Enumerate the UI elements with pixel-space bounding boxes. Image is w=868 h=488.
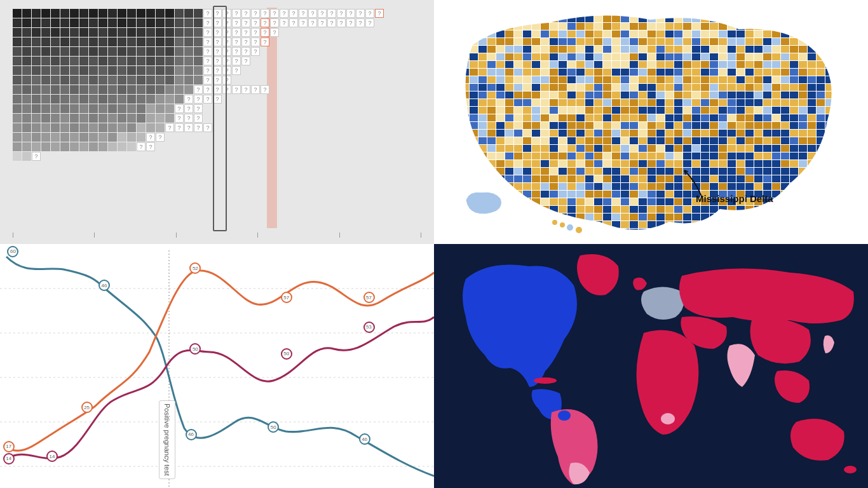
known-cell (137, 9, 146, 18)
county-cell (452, 0, 460, 7)
county-cell (648, 38, 656, 45)
county-cell (461, 229, 469, 236)
county-cell (772, 8, 780, 15)
county-cell (630, 61, 638, 68)
county-cell (567, 122, 576, 129)
county-cell (559, 38, 567, 45)
county-cell (808, 23, 816, 30)
county-cell (701, 30, 709, 37)
county-cell (861, 160, 868, 167)
county-cell (576, 198, 585, 205)
county-cell (745, 214, 754, 220)
known-cell (41, 104, 50, 113)
county-cell (781, 214, 789, 220)
county-cell (852, 206, 860, 213)
county-cell (470, 175, 478, 182)
county-cell (630, 168, 638, 175)
county-cell (621, 152, 629, 159)
county-cell (585, 145, 593, 152)
county-cell (781, 46, 789, 53)
known-cell (70, 76, 79, 85)
county-cell (772, 61, 780, 68)
unknown-cell: ? (346, 9, 355, 18)
county-cell (567, 191, 576, 198)
known-cell (175, 28, 184, 37)
unknown-cell: ? (184, 95, 193, 104)
known-cell (98, 76, 107, 85)
county-cell (674, 0, 682, 7)
county-cell (754, 76, 763, 83)
known-cell (22, 66, 31, 75)
known-cell (13, 142, 22, 151)
county-cell (452, 99, 460, 106)
unknown-cell: ? (327, 18, 336, 27)
county-cell (594, 137, 602, 144)
known-cell (127, 76, 136, 85)
county-cell (790, 8, 798, 15)
county-cell (639, 99, 647, 106)
unknown-cell: ? (203, 28, 212, 37)
known-cell (137, 114, 146, 123)
county-cell (478, 229, 487, 236)
known-cell (22, 37, 31, 46)
county-cell (452, 107, 460, 114)
county-cell (470, 229, 478, 236)
county-cell (594, 145, 602, 152)
county-cell (834, 61, 843, 68)
county-cell (523, 160, 531, 167)
known-cell (165, 76, 174, 85)
county-cell (487, 221, 496, 228)
county-cell (763, 206, 771, 213)
county-cell (701, 0, 709, 7)
county-cell (514, 130, 522, 137)
county-cell (692, 46, 700, 53)
known-cell (13, 76, 22, 85)
region-nz (844, 466, 857, 473)
county-cell (621, 23, 629, 30)
region-colombia (558, 410, 571, 421)
county-cell (674, 99, 682, 106)
county-cell (639, 214, 647, 220)
county-cell (461, 183, 469, 190)
county-cell (541, 175, 549, 182)
known-cell (79, 57, 88, 65)
county-cell (719, 8, 727, 15)
county-cell (745, 114, 754, 121)
county-cell (452, 38, 460, 45)
county-cell (541, 183, 549, 190)
county-cell (692, 38, 700, 45)
county-cell (772, 92, 780, 98)
county-cell (541, 145, 549, 152)
county-cell (594, 191, 602, 198)
county-cell (541, 152, 549, 159)
county-cell (808, 145, 816, 152)
county-cell (603, 229, 611, 236)
county-cell (763, 168, 771, 175)
county-cell (719, 61, 727, 68)
county-cell (505, 15, 513, 22)
county-cell (736, 76, 745, 83)
county-cell (452, 23, 460, 30)
county-cell (701, 8, 709, 15)
county-cell (728, 30, 736, 37)
unknown-cell: ? (261, 18, 269, 27)
county-cell (434, 8, 442, 15)
county-cell (799, 221, 807, 228)
county-cell (736, 122, 745, 129)
county-cell (763, 114, 771, 121)
county-cell (772, 53, 780, 60)
county-cell (514, 84, 522, 91)
county-cell (754, 46, 763, 53)
county-cell (701, 236, 709, 243)
county-cell (514, 46, 522, 53)
county-cell (639, 38, 647, 45)
county-cell (763, 160, 771, 167)
county-cell (665, 122, 674, 129)
county-cell (683, 137, 691, 144)
county-cell (585, 168, 593, 175)
known-cell (165, 114, 174, 123)
county-cell (648, 76, 656, 83)
unknown-cell: ? (261, 37, 269, 46)
county-cell (656, 168, 665, 175)
county-cell (728, 69, 736, 76)
